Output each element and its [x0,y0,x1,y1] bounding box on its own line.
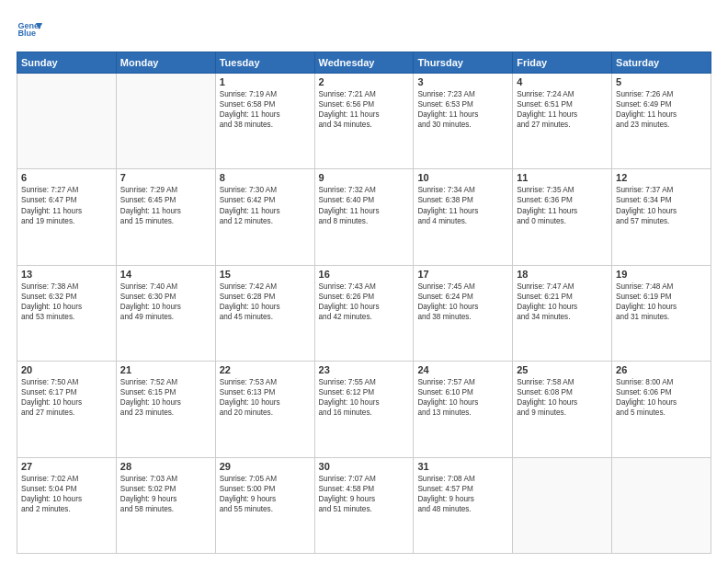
cell-text: Sunrise: 7:24 AM Sunset: 6:51 PM Dayligh… [517,89,608,130]
header: General Blue [17,17,711,42]
cell-text: Sunrise: 7:07 AM Sunset: 4:58 PM Dayligh… [319,474,410,514]
week-row-4: 27Sunrise: 7:02 AM Sunset: 5:04 PM Dayli… [17,457,711,553]
cell-text: Sunrise: 7:32 AM Sunset: 6:40 PM Dayligh… [319,185,410,225]
calendar-cell: 12Sunrise: 7:37 AM Sunset: 6:34 PM Dayli… [612,169,711,265]
day-number: 21 [120,364,211,375]
day-number: 12 [616,172,707,183]
day-number: 4 [517,76,608,87]
calendar-cell: 19Sunrise: 7:48 AM Sunset: 6:19 PM Dayli… [612,265,711,361]
day-number: 8 [220,172,311,183]
calendar-cell: 13Sunrise: 7:38 AM Sunset: 6:32 PM Dayli… [17,265,117,361]
cell-text: Sunrise: 7:55 AM Sunset: 6:12 PM Dayligh… [319,377,410,418]
calendar-cell: 9Sunrise: 7:32 AM Sunset: 6:40 PM Daylig… [314,169,414,265]
cell-text: Sunrise: 7:26 AM Sunset: 6:49 PM Dayligh… [616,89,707,130]
weekday-header-row: SundayMondayTuesdayWednesdayThursdayFrid… [17,52,711,74]
logo: General Blue [17,17,42,42]
cell-text: Sunrise: 7:43 AM Sunset: 6:26 PM Dayligh… [319,282,410,322]
calendar-cell: 28Sunrise: 7:03 AM Sunset: 5:02 PM Dayli… [116,457,215,553]
day-number: 18 [517,269,608,280]
day-number: 22 [220,364,311,375]
cell-text: Sunrise: 7:58 AM Sunset: 6:08 PM Dayligh… [517,377,608,418]
calendar-cell: 11Sunrise: 7:35 AM Sunset: 6:36 PM Dayli… [513,169,612,265]
cell-text: Sunrise: 7:37 AM Sunset: 6:34 PM Dayligh… [616,185,707,225]
day-number: 20 [21,364,112,375]
calendar-cell: 6Sunrise: 7:27 AM Sunset: 6:47 PM Daylig… [17,169,117,265]
cell-text: Sunrise: 7:23 AM Sunset: 6:53 PM Dayligh… [417,89,508,130]
cell-text: Sunrise: 7:57 AM Sunset: 6:10 PM Dayligh… [417,377,508,418]
calendar-cell: 25Sunrise: 7:58 AM Sunset: 6:08 PM Dayli… [513,362,612,457]
cell-text: Sunrise: 7:47 AM Sunset: 6:21 PM Dayligh… [517,282,608,322]
day-number: 7 [120,172,211,183]
cell-text: Sunrise: 7:30 AM Sunset: 6:42 PM Dayligh… [220,185,311,225]
calendar-cell: 14Sunrise: 7:40 AM Sunset: 6:30 PM Dayli… [116,265,215,361]
calendar-cell: 20Sunrise: 7:50 AM Sunset: 6:17 PM Dayli… [17,362,117,457]
cell-text: Sunrise: 7:53 AM Sunset: 6:13 PM Dayligh… [220,377,311,418]
day-number: 29 [220,461,311,472]
calendar-cell: 7Sunrise: 7:29 AM Sunset: 6:45 PM Daylig… [116,169,215,265]
calendar-cell: 27Sunrise: 7:02 AM Sunset: 5:04 PM Dayli… [17,457,117,553]
cell-text: Sunrise: 7:50 AM Sunset: 6:17 PM Dayligh… [21,377,112,418]
page: General Blue SundayMondayTuesdayWednesda… [0,0,728,563]
day-number: 14 [120,269,211,280]
calendar-cell: 5Sunrise: 7:26 AM Sunset: 6:49 PM Daylig… [612,74,711,169]
cell-text: Sunrise: 7:45 AM Sunset: 6:24 PM Dayligh… [417,282,508,322]
cell-text: Sunrise: 7:08 AM Sunset: 4:57 PM Dayligh… [417,474,508,514]
week-row-3: 20Sunrise: 7:50 AM Sunset: 6:17 PM Dayli… [17,362,711,457]
day-number: 27 [21,461,112,472]
logo-icon: General Blue [17,17,42,42]
day-number: 6 [21,172,112,183]
day-number: 25 [517,364,608,375]
weekday-header-monday: Monday [116,52,215,74]
calendar-cell: 15Sunrise: 7:42 AM Sunset: 6:28 PM Dayli… [215,265,314,361]
day-number: 23 [319,364,410,375]
weekday-header-friday: Friday [513,52,612,74]
calendar-cell [513,457,612,553]
weekday-header-wednesday: Wednesday [314,52,414,74]
calendar-cell: 4Sunrise: 7:24 AM Sunset: 6:51 PM Daylig… [513,74,612,169]
cell-text: Sunrise: 7:38 AM Sunset: 6:32 PM Dayligh… [21,282,112,322]
calendar-cell: 8Sunrise: 7:30 AM Sunset: 6:42 PM Daylig… [215,169,314,265]
cell-text: Sunrise: 8:00 AM Sunset: 6:06 PM Dayligh… [616,377,707,418]
day-number: 3 [417,76,508,87]
calendar-cell: 26Sunrise: 8:00 AM Sunset: 6:06 PM Dayli… [612,362,711,457]
day-number: 19 [616,269,707,280]
day-number: 9 [319,172,410,183]
calendar-cell: 30Sunrise: 7:07 AM Sunset: 4:58 PM Dayli… [314,457,414,553]
cell-text: Sunrise: 7:19 AM Sunset: 6:58 PM Dayligh… [220,89,311,130]
calendar-cell: 18Sunrise: 7:47 AM Sunset: 6:21 PM Dayli… [513,265,612,361]
day-number: 31 [417,461,508,472]
weekday-header-tuesday: Tuesday [215,52,314,74]
day-number: 24 [417,364,508,375]
calendar-cell: 17Sunrise: 7:45 AM Sunset: 6:24 PM Dayli… [414,265,513,361]
cell-text: Sunrise: 7:52 AM Sunset: 6:15 PM Dayligh… [120,377,211,418]
cell-text: Sunrise: 7:40 AM Sunset: 6:30 PM Dayligh… [120,282,211,322]
svg-text:Blue: Blue [17,29,36,38]
day-number: 26 [616,364,707,375]
week-row-1: 6Sunrise: 7:27 AM Sunset: 6:47 PM Daylig… [17,169,711,265]
cell-text: Sunrise: 7:03 AM Sunset: 5:02 PM Dayligh… [120,474,211,514]
week-row-2: 13Sunrise: 7:38 AM Sunset: 6:32 PM Dayli… [17,265,711,361]
weekday-header-thursday: Thursday [414,52,513,74]
calendar-cell: 23Sunrise: 7:55 AM Sunset: 6:12 PM Dayli… [314,362,414,457]
cell-text: Sunrise: 7:05 AM Sunset: 5:00 PM Dayligh… [220,474,311,514]
cell-text: Sunrise: 7:21 AM Sunset: 6:56 PM Dayligh… [319,89,410,130]
cell-text: Sunrise: 7:34 AM Sunset: 6:38 PM Dayligh… [417,185,508,225]
weekday-header-sunday: Sunday [17,52,117,74]
week-row-0: 1Sunrise: 7:19 AM Sunset: 6:58 PM Daylig… [17,74,711,169]
day-number: 15 [220,269,311,280]
calendar-cell: 3Sunrise: 7:23 AM Sunset: 6:53 PM Daylig… [414,74,513,169]
cell-text: Sunrise: 7:27 AM Sunset: 6:47 PM Dayligh… [21,185,112,225]
cell-text: Sunrise: 7:29 AM Sunset: 6:45 PM Dayligh… [120,185,211,225]
day-number: 5 [616,76,707,87]
calendar-cell: 16Sunrise: 7:43 AM Sunset: 6:26 PM Dayli… [314,265,414,361]
day-number: 30 [319,461,410,472]
day-number: 10 [417,172,508,183]
calendar-cell: 10Sunrise: 7:34 AM Sunset: 6:38 PM Dayli… [414,169,513,265]
day-number: 2 [319,76,410,87]
day-number: 13 [21,269,112,280]
day-number: 1 [220,76,311,87]
cell-text: Sunrise: 7:35 AM Sunset: 6:36 PM Dayligh… [517,185,608,225]
day-number: 28 [120,461,211,472]
calendar-cell [612,457,711,553]
day-number: 17 [417,269,508,280]
